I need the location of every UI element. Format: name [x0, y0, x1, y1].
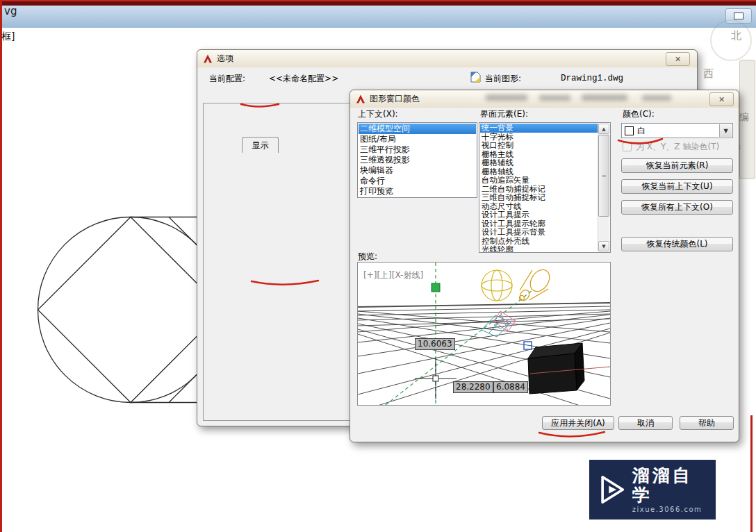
options-dialog-titlebar[interactable]: 选项	[197, 50, 697, 67]
colors-dialog-title: 图形窗口颜色	[370, 93, 420, 105]
drawing-diamond	[38, 217, 224, 403]
frame-left-border	[0, 0, 2, 532]
watermark-brand: 溜溜自学	[632, 466, 709, 504]
context-item[interactable]: 打印预览	[359, 186, 476, 197]
blurred-watermark	[486, 94, 527, 101]
close-icon: ✕	[718, 96, 725, 103]
colors-close-button[interactable]: ✕	[709, 92, 734, 106]
current-profile-value: <<未命名配置>>	[269, 73, 338, 84]
scroll-down-icon: ▼	[602, 244, 605, 249]
dim-label-3: 6.0884	[493, 381, 528, 393]
wireframe-sphere	[482, 270, 512, 301]
preview-canvas: [+][上][X-射线] 10.6063 28.2280 6.0884	[357, 262, 611, 406]
watermark-url: zixue.3066.com	[632, 506, 709, 513]
blurred-watermark	[642, 95, 671, 101]
screenshot-root: vg 框] 北 西 编 cs 选项 ✕ 当前配置: <<未命名配置>>	[0, 0, 756, 532]
preview-label: 预览:	[358, 251, 377, 262]
context-item[interactable]: 三维透视投影	[359, 155, 476, 165]
drawing-file-icon	[470, 72, 481, 83]
tint-xyz-checkbox-row[interactable]: 为 X、Y、Z 轴染色(T)	[623, 141, 719, 152]
play-logo-icon	[596, 472, 627, 507]
scrollbar-thumb[interactable]: ≡	[598, 135, 609, 217]
cancel-button[interactable]: 取消	[618, 416, 673, 430]
current-drawing-value: Drawing1.dwg	[561, 73, 623, 84]
element-item[interactable]: 光线轮廓	[480, 245, 598, 253]
element-label: 界面元素(E):	[480, 108, 528, 119]
autocad-logo-icon	[356, 94, 365, 103]
current-profile-label: 当前配置:	[209, 73, 245, 84]
spotlight-glyph	[518, 266, 554, 302]
scroll-grip-icon: ≡	[602, 173, 607, 179]
color-label: 颜色(C):	[623, 108, 655, 119]
element-item[interactable]: 设计工具提示	[480, 210, 598, 219]
blurred-watermark	[582, 94, 627, 101]
autocad-logo-icon	[203, 54, 213, 63]
options-close-button[interactable]: ✕	[666, 52, 690, 66]
apply-close-button[interactable]: 应用并关闭(A)	[542, 416, 614, 430]
drawing-circle	[38, 217, 224, 403]
context-item[interactable]: 块编辑器	[359, 165, 476, 176]
black-cube	[528, 343, 610, 394]
context-item[interactable]: 图纸/布局	[359, 134, 476, 144]
watermark: 溜溜自学 zixue.3066.com	[589, 460, 716, 519]
restore-all-contexts-button[interactable]: 恢复所有上下文(O)	[621, 200, 733, 215]
color-dropdown[interactable]: 白 ▼	[621, 123, 733, 138]
options-dialog-title: 选项	[217, 53, 233, 65]
element-item[interactable]: 设计工具提示背景	[480, 228, 598, 237]
dim-label-2: 28.2280	[453, 381, 493, 393]
context-item[interactable]: 二维模型空间	[359, 124, 476, 134]
scroll-up-button[interactable]: ▲	[598, 124, 609, 134]
context-item[interactable]: 三维平行投影	[359, 144, 476, 155]
tint-xyz-label: 为 X、Y、Z 轴染色(T)	[636, 141, 719, 153]
restore-context-button[interactable]: 恢复当前上下文(U)	[621, 179, 733, 194]
context-listbox[interactable]: 二维模型空间 图纸/布局 三维平行投影 三维透视投影 块编辑器 命令行 打印预览	[357, 122, 477, 198]
dim-label-1: 10.6063	[415, 338, 455, 350]
color-value: 白	[637, 125, 646, 137]
element-listbox[interactable]: 统一背景 十字光标 视口控制 栅格主线 栅格辅线 栅格轴线 自动追踪矢量 二维自…	[479, 122, 611, 253]
element-item[interactable]: 统一背景	[480, 124, 598, 133]
help-button[interactable]: 帮助	[680, 416, 734, 430]
element-item[interactable]: 视口控制	[480, 141, 598, 150]
viewport-controls-tag[interactable]: [+][上][X-射线]	[363, 269, 423, 281]
drawing-window-colors-dialog: 图形窗口颜色 ✕ 上下文(X): 界面元素(E): 颜色(C): 二维模型空间 …	[350, 90, 739, 442]
current-drawing-label: 当前图形:	[485, 73, 521, 84]
chevron-down-icon[interactable]: ▼	[719, 124, 732, 137]
element-item[interactable]: 栅格辅线	[480, 158, 598, 167]
tab-display[interactable]: 显示	[242, 137, 279, 153]
element-list-scrollbar[interactable]: ▲ ≡ ▼	[598, 124, 609, 251]
scroll-down-button[interactable]: ▼	[598, 241, 609, 251]
restore-element-button[interactable]: 恢复当前元素(R)	[621, 158, 733, 173]
checkbox-icon[interactable]	[623, 142, 632, 151]
white-color-swatch	[625, 126, 634, 135]
grip-point-green	[432, 283, 440, 292]
element-item[interactable]: 自动追踪矢量	[480, 176, 598, 185]
blurred-watermark	[539, 95, 570, 101]
scroll-up-icon: ▲	[602, 126, 605, 132]
element-item[interactable]: 三维自动捕捉标记	[480, 193, 598, 202]
context-label: 上下文(X):	[358, 108, 398, 119]
restore-classic-colors-button[interactable]: 恢复传统颜色(L)	[621, 237, 733, 251]
frame-right-border	[750, 415, 753, 532]
close-icon: ✕	[675, 56, 681, 63]
context-item[interactable]: 命令行	[359, 176, 476, 186]
